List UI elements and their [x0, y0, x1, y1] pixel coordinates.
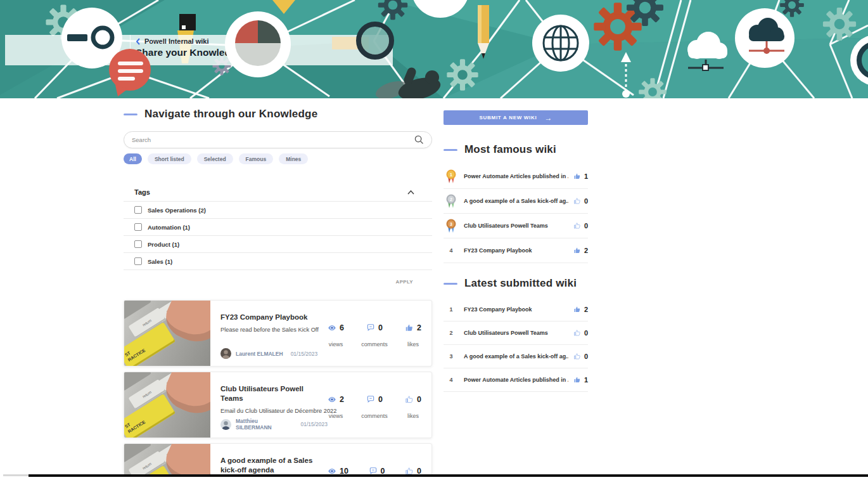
tag-row-product[interactable]: Product (1) [124, 236, 432, 253]
card-author[interactable]: Matthieu SILBERMANN 01/15/2023 [220, 418, 328, 431]
card-subtitle: Please read before the Sales Kick Off [220, 327, 328, 333]
list-item-title[interactable]: FY23 Company Playbook [464, 247, 568, 254]
like-count[interactable]: 0 [573, 329, 588, 337]
comment-icon [366, 395, 375, 404]
list-item-title[interactable]: FY23 Company Playbook [464, 306, 568, 313]
list-item-title[interactable]: Power Automate Articles published in ... [464, 173, 568, 179]
tag-row-automation[interactable]: Automation (1) [124, 219, 432, 236]
main-section-heading: Navigate through our Knowledge [124, 108, 432, 120]
filter-pill-famous[interactable]: Famous [239, 153, 274, 164]
latest-item-2[interactable]: 2 Club Utilisateurs Powell Teams 0 [444, 321, 588, 345]
like-count[interactable]: 0 [573, 353, 588, 360]
thumbs-up-outline-icon[interactable] [573, 222, 581, 230]
like-count[interactable]: 0 [573, 222, 588, 230]
list-item-title[interactable]: Club Utilisateurs Powell Teams [464, 223, 568, 229]
likes-stat[interactable]: 2 likes [405, 323, 421, 347]
filter-pill-short-listed[interactable]: Short listed [148, 153, 191, 164]
wiki-card-fy23-playbook[interactable]: enter return STRACTICE FY23 Company Play… [124, 300, 432, 367]
card-author[interactable]: Laurent ELMALEH 01/15/2023 [220, 348, 317, 359]
avatar [220, 348, 231, 359]
breadcrumb[interactable]: Powell Internal wiki [136, 37, 242, 45]
thumbs-up-filled-icon[interactable] [573, 376, 581, 384]
famous-section-heading: Most famous wiki [444, 143, 588, 156]
tag-checkbox[interactable] [134, 240, 142, 248]
thumbs-up-outline-icon[interactable] [405, 395, 414, 404]
list-item-title[interactable]: A good example of a Sales kick-off ag... [464, 353, 568, 360]
eye-icon [328, 323, 336, 332]
views-stat: 2 views [328, 394, 344, 419]
tags-header[interactable]: Tags [124, 187, 432, 202]
submit-label: SUBMIT A NEW WIKI [480, 115, 537, 120]
filter-pill-selected[interactable]: Selected [197, 153, 233, 164]
search-input[interactable] [132, 136, 414, 143]
banner-title-band: Powell Internal wiki Share your Knowledg… [5, 35, 393, 65]
tag-row-sales-operations[interactable]: Sales Operations (2) [124, 202, 432, 219]
like-count[interactable]: 1 [573, 172, 588, 180]
comment-icon [366, 323, 375, 332]
filter-pill-all[interactable]: All [124, 153, 142, 164]
like-count[interactable]: 0 [573, 197, 588, 205]
rank-number: 1 [444, 306, 459, 313]
like-count[interactable]: 2 [573, 306, 588, 313]
publish-date: 01/15/2023 [300, 421, 328, 427]
thumbs-up-filled-icon[interactable] [573, 306, 581, 313]
tags-panel: Tags Sales Operations (2) Automation (1)… [124, 187, 432, 286]
thumbs-up-filled-icon[interactable] [573, 172, 581, 180]
gold-medal-icon: 1 [445, 169, 457, 184]
famous-item-3[interactable]: 3 Club Utilisateurs Powell Teams 0 [444, 214, 588, 238]
famous-item-2[interactable]: 2 A good example of a Sales kick-off ag.… [444, 189, 588, 214]
chevron-up-icon[interactable] [407, 190, 414, 195]
rank-number: 2 [444, 330, 459, 336]
latest-item-1[interactable]: 1 FY23 Company Playbook 2 [444, 298, 588, 321]
sidebar: SUBMIT A NEW WIKI → Most famous wiki 1 P… [444, 110, 588, 392]
main-column: Navigate through our Knowledge All Short… [124, 108, 432, 487]
author-name[interactable]: Laurent ELMALEH [236, 351, 283, 357]
publish-date: 01/15/2023 [291, 351, 318, 357]
card-title[interactable]: Club Utilisateurs Powell Teams [220, 384, 328, 403]
like-count[interactable]: 1 [573, 376, 588, 384]
card-body: FY23 Company Playbook Please read before… [210, 301, 328, 366]
thumbs-up-filled-icon[interactable] [405, 323, 414, 332]
rank-number: 4 [444, 377, 459, 383]
card-title[interactable]: FY23 Company Playbook [220, 313, 328, 322]
like-count[interactable]: 2 [573, 247, 588, 254]
tag-checkbox[interactable] [134, 257, 142, 265]
thumbs-up-outline-icon[interactable] [573, 353, 581, 360]
latest-item-3[interactable]: 3 A good example of a Sales kick-off ag.… [444, 345, 588, 368]
famous-item-1[interactable]: 1 Power Automate Articles published in .… [444, 164, 588, 189]
card-subtitle: Email du Club Utilisateur de Décembre 20… [220, 408, 328, 414]
author-name[interactable]: Matthieu SILBERMANN [236, 418, 293, 431]
filter-pill-mines[interactable]: Mines [279, 153, 308, 164]
latest-item-4[interactable]: 4 Power Automate Articles published in .… [444, 368, 588, 392]
tag-checkbox[interactable] [134, 206, 142, 214]
card-stats: 2 views 0 comments 0 likes [328, 372, 431, 438]
apply-row: APPLY [124, 270, 432, 286]
comments-stat: 0 comments [361, 323, 388, 347]
list-item-title[interactable]: A good example of a Sales kick-off ag... [464, 198, 568, 204]
submit-new-wiki-button[interactable]: SUBMIT A NEW WIKI → [444, 110, 588, 125]
thumbs-up-outline-icon[interactable] [573, 197, 581, 205]
wiki-card-club-utilisateurs[interactable]: enter return STRACTICE Club Utilisateurs… [124, 372, 432, 438]
thumbs-up-outline-icon[interactable] [573, 329, 581, 337]
card-stats: 6 views 0 comments 2 likes [328, 301, 431, 366]
search-icon[interactable] [414, 135, 424, 145]
heading-dash [444, 149, 457, 151]
apply-button[interactable]: APPLY [396, 279, 413, 285]
heading-dash [444, 283, 457, 285]
latest-section-heading: Latest submitted wiki [444, 277, 588, 290]
list-item-title[interactable]: Power Automate Articles published in ... [464, 377, 568, 383]
tag-label: Sales (1) [148, 258, 172, 265]
list-item-title[interactable]: Club Utilisateurs Powell Teams [464, 330, 568, 336]
famous-heading: Most famous wiki [464, 143, 556, 156]
band-divider [130, 35, 131, 65]
search-bar[interactable] [124, 131, 432, 148]
card-title[interactable]: A good example of a Sales kick-off agend… [220, 456, 328, 475]
famous-item-4[interactable]: 4 FY23 Company Playbook 2 [444, 238, 588, 263]
thumbs-up-filled-icon[interactable] [573, 247, 581, 254]
avatar [220, 419, 231, 430]
eye-icon [328, 395, 336, 404]
likes-stat[interactable]: 0 likes [405, 394, 421, 419]
tag-checkbox[interactable] [134, 223, 142, 231]
tag-row-sales[interactable]: Sales (1) [124, 253, 432, 270]
heading-dash [124, 114, 137, 115]
